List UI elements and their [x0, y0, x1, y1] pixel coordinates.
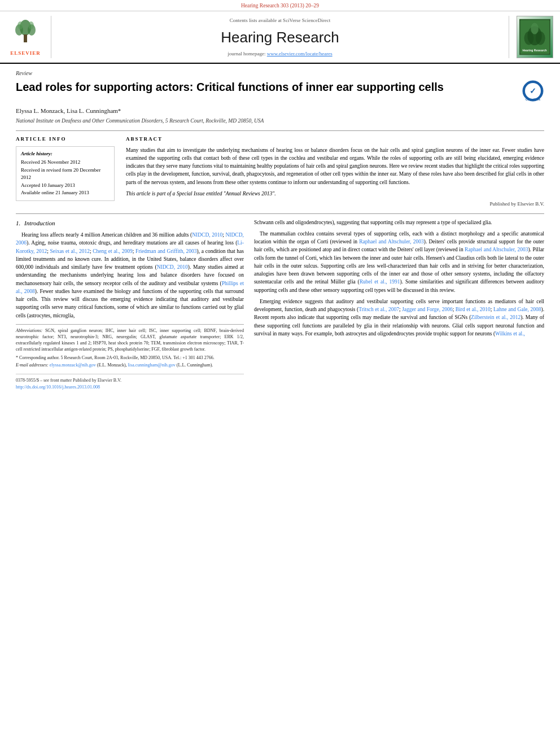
abbreviations-para: Abbreviations: SGN, spiral ganglion neur…	[16, 327, 244, 353]
right-content-column: Schwann cells and oligodendrocytes), sug…	[254, 219, 544, 391]
homepage-link[interactable]: www.elsevier.com/locate/heares	[267, 51, 333, 56]
sciverse-line: Contents lists available at SciVerse Sci…	[230, 17, 331, 24]
intro-section-title: 1. Introduction	[16, 219, 244, 228]
abstract-heading: ABSTRACT	[126, 136, 544, 143]
journal-citation-text: Hearing Research 303 (2013) 20–29	[241, 3, 319, 8]
email-cunningham[interactable]: lisa.cunningham@nih.gov	[128, 362, 176, 368]
ref-raphael-altschuler[interactable]: Raphael and Altschuler, 2003	[359, 239, 423, 244]
ref-wilkins[interactable]: Wilkins et al.,	[495, 331, 525, 337]
sciverse-text: Contents lists available at SciVerse Sci…	[230, 18, 331, 23]
ref-friedman[interactable]: Friedman and Griffith, 2003	[135, 248, 197, 254]
ref-nidcd-2010b[interactable]: NIDCD, 2010	[157, 264, 188, 270]
issn-line: 0378-5955/$ – see front matter Published…	[16, 377, 244, 384]
article-info-column: ARTICLE INFO Article history: Received 2…	[16, 136, 115, 208]
journal-center: Contents lists available at SciVerse Sci…	[51, 16, 509, 58]
svg-text:Hearing Research: Hearing Research	[522, 49, 546, 53]
article-info-heading: ARTICLE INFO	[16, 136, 115, 143]
received-revised-date: Received in revised form 20 December 201…	[21, 167, 110, 182]
divider-after-abstract	[16, 213, 544, 214]
journal-citation-bar: Hearing Research 303 (2013) 20–29	[0, 0, 560, 11]
bottom-footer: 0378-5955/$ – see front matter Published…	[16, 374, 244, 391]
svg-point-11	[535, 32, 545, 45]
authors-line: Elyssa L. Monzack, Lisa L. Cunningham*	[16, 107, 544, 115]
journal-cover-svg: Hearing Research	[519, 16, 550, 58]
page: Hearing Research 303 (2013) 20–29 ELSEVI…	[0, 0, 560, 747]
main-content-area: 1. Introduction Hearing loss affects nea…	[16, 219, 544, 391]
article-type-label: Review	[16, 69, 544, 77]
ref-cheng[interactable]: Cheng et al., 2009	[93, 248, 132, 254]
affiliation-line: National Institute on Deafness and Other…	[16, 117, 544, 125]
ref-phillips[interactable]: Phillips et al., 2008	[16, 281, 244, 294]
svg-rect-4	[24, 34, 27, 42]
svg-point-5	[18, 21, 23, 29]
crossmark-svg: ✓ CrossMark	[522, 80, 544, 102]
intro-paragraph-3: The mammalian cochlea contains several t…	[254, 230, 544, 294]
ref-lahne[interactable]: Lahne and Gale, 2008	[493, 307, 541, 312]
ref-nidcd-2010[interactable]: NIDCD, 2010	[192, 232, 222, 238]
email-cunningham-name: L.L. Cunningham	[178, 362, 211, 368]
email-label: E-mail addresses:	[16, 362, 49, 368]
abbreviations-text: SGN, spiral ganglion neuron; IHC, inner …	[16, 328, 244, 352]
email-monzack[interactable]: elyssa.monzack@nih.gov	[50, 362, 96, 368]
article-body: Review Lead roles for supporting actors:…	[0, 64, 560, 396]
article-info-box: Article history: Received 26 November 20…	[16, 146, 115, 201]
ref-bird[interactable]: Bird et al., 2010	[456, 307, 491, 312]
left-content-column: 1. Introduction Hearing loss affects nea…	[16, 219, 244, 391]
ref-raphael-altschuler-2[interactable]: Raphael and Altschuler, 2003	[465, 247, 528, 252]
intro-section-name: Introduction	[24, 220, 55, 226]
ref-seixas[interactable]: Seixas et al., 2012	[50, 248, 90, 254]
footnote-area: Abbreviations: SGN, spiral ganglion neur…	[16, 324, 244, 368]
article-history-label: Article history:	[21, 150, 110, 158]
abstract-special-issue: This article is part of a Special Issue …	[126, 190, 544, 198]
published-by-line: Published by Elsevier B.V.	[126, 200, 544, 208]
authors-text: Elyssa L. Monzack, Lisa L. Cunningham*	[16, 107, 121, 114]
email-monzack-name: E.L. Monzack	[98, 362, 124, 368]
intro-paragraph-2: Schwann cells and oligodendrocytes), sug…	[254, 219, 544, 226]
article-main-title-text: Lead roles for supporting actors: Critic…	[16, 80, 516, 94]
ref-tritsch[interactable]: Tritsch et al., 2007	[358, 307, 399, 312]
elsevier-tree-icon	[10, 18, 41, 49]
available-date: Available online 21 January 2013	[21, 189, 110, 197]
doi-line: http://dx.doi.org/10.1016/j.heares.2013.…	[16, 384, 244, 391]
abbreviations-label: Abbreviations:	[16, 328, 42, 333]
svg-text:CrossMark: CrossMark	[526, 98, 540, 101]
abstract-text-body: Many studies that aim to investigate the…	[126, 146, 544, 198]
journal-cover-image: Hearing Research	[517, 16, 553, 58]
ref-jagger[interactable]: Jagger and Forge, 2006	[402, 307, 453, 312]
svg-text:✓: ✓	[530, 86, 536, 95]
intro-paragraph-4: Emerging evidence suggests that auditory…	[254, 298, 544, 338]
divider-after-affiliation	[16, 130, 544, 131]
abstract-column: ABSTRACT Many studies that aim to invest…	[126, 136, 544, 208]
journal-header: ELSEVIER Contents lists available at Sci…	[0, 11, 560, 64]
svg-point-10	[524, 32, 533, 45]
intro-section-num: 1.	[16, 220, 20, 226]
accepted-date: Accepted 10 January 2013	[21, 182, 110, 190]
svg-point-12	[531, 23, 539, 34]
received-date: Received 26 November 2012	[21, 159, 110, 167]
journal-title-main: Hearing Research	[221, 27, 339, 47]
crossmark-icon[interactable]: ✓ CrossMark	[522, 80, 544, 102]
elsevier-label: ELSEVIER	[10, 50, 41, 57]
abstract-main-text: Many studies that aim to investigate the…	[126, 147, 544, 185]
email-line: E-mail addresses: elyssa.monzack@nih.gov…	[16, 362, 244, 368]
homepage-label: journal homepage:	[228, 51, 265, 56]
ref-rubel[interactable]: Rubel et al., 1991	[360, 279, 400, 285]
article-info-abstract-row: ARTICLE INFO Article history: Received 2…	[16, 136, 544, 208]
intro-paragraph-1: Hearing loss affects nearly 4 million Am…	[16, 231, 244, 320]
journal-thumbnail: Hearing Research	[515, 16, 554, 58]
article-title-row: Lead roles for supporting actors: Critic…	[16, 80, 544, 102]
corresponding-author-note: * Corresponding author. 5 Research Court…	[16, 355, 244, 361]
doi-link[interactable]: http://dx.doi.org/10.1016/j.heares.2013.…	[16, 385, 100, 390]
ref-zilberstein[interactable]: Zilberstein et al., 2012	[471, 314, 520, 320]
elsevier-logo: ELSEVIER	[6, 16, 45, 58]
journal-homepage-line: journal homepage: www.elsevier.com/locat…	[228, 50, 332, 58]
svg-point-6	[28, 21, 34, 29]
